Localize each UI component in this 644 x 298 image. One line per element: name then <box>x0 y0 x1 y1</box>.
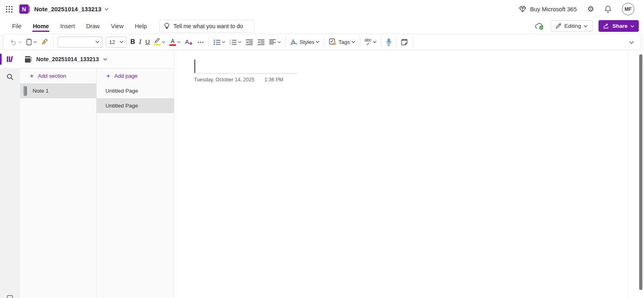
chevron-down-icon <box>584 25 588 27</box>
toolbar-divider <box>53 37 54 47</box>
navigation-rail <box>0 50 20 298</box>
notebook-switcher-icon <box>7 295 13 298</box>
page-time: 1:36 PM <box>264 77 283 83</box>
page-label: Untitled Page <box>105 88 138 94</box>
settings-gear-icon[interactable]: ⚙ <box>587 5 594 13</box>
tab-help[interactable]: Help <box>129 18 153 34</box>
page-item[interactable]: Untitled Page <box>97 98 174 113</box>
top-app-bar: N Note_20251014_133213 Buy Microsoft 365… <box>0 0 644 18</box>
undo-icon <box>10 39 17 45</box>
share-button[interactable]: Share <box>599 20 639 32</box>
chevron-down-icon <box>105 8 109 10</box>
spellcheck-icon: abc ✓ <box>365 38 372 46</box>
highlight-button[interactable] <box>152 36 167 48</box>
scrollbar-thumb[interactable] <box>639 54 642 290</box>
tab-insert[interactable]: Insert <box>55 18 80 34</box>
styles-button[interactable]: A Styles <box>288 36 322 48</box>
indent-button[interactable] <box>255 36 267 48</box>
clear-formatting-icon: A <box>185 39 193 46</box>
tab-draw[interactable]: Draw <box>80 18 105 34</box>
tab-file[interactable]: File <box>6 18 27 34</box>
onenote-logo-icon[interactable]: N <box>19 4 29 14</box>
more-formatting-button[interactable]: ⋯ <box>195 36 206 48</box>
sync-status-icon <box>534 22 545 30</box>
toolbar-divider <box>413 37 413 47</box>
editing-mode-button[interactable]: Editing <box>551 20 592 32</box>
align-text-icon <box>269 39 276 45</box>
section-tab-icon <box>23 85 28 97</box>
rail-item-search[interactable] <box>0 68 20 86</box>
svg-text:3: 3 <box>230 43 231 45</box>
notifications-bell-icon[interactable] <box>605 5 611 13</box>
chevron-down-icon <box>95 41 99 43</box>
buy-label: Buy Microsoft 365 <box>530 6 577 12</box>
microphone-icon <box>386 38 392 46</box>
tab-view[interactable]: View <box>105 18 129 34</box>
font-size-value: 12 <box>109 39 115 45</box>
feed-button[interactable] <box>399 36 411 48</box>
chevron-down-icon <box>177 41 181 43</box>
page-title-underline <box>194 73 297 74</box>
chevron-down-icon <box>316 41 320 43</box>
premium-diamond-icon <box>519 6 526 12</box>
font-size-select[interactable]: 12 <box>106 37 127 48</box>
page-canvas[interactable]: Tuesday, October 14, 2025 1:36 PM <box>174 50 644 298</box>
styles-icon: A <box>290 38 298 46</box>
format-painter-icon <box>41 38 49 46</box>
paste-button[interactable] <box>24 36 39 48</box>
chevron-down-icon <box>277 41 281 43</box>
collapse-ribbon-button[interactable] <box>629 34 634 50</box>
tab-home[interactable]: Home <box>27 18 54 34</box>
rail-item-switch-notebooks[interactable] <box>7 295 13 298</box>
add-page-button[interactable]: + Add page <box>97 68 174 83</box>
alignment-button[interactable] <box>267 36 283 48</box>
lightbulb-icon <box>164 23 170 30</box>
bold-button[interactable]: B <box>128 36 137 48</box>
app-launcher-icon[interactable] <box>0 0 19 18</box>
undo-button[interactable] <box>8 36 24 48</box>
plus-icon: + <box>106 72 110 79</box>
section-pane: + Add section Note 1 <box>20 68 97 298</box>
bullet-list-button[interactable] <box>211 36 227 48</box>
page-date: Tuesday, October 14, 2025 <box>194 77 254 83</box>
highlighter-icon <box>154 38 161 46</box>
format-painter-button[interactable] <box>39 36 51 48</box>
chevron-down-icon <box>238 41 242 43</box>
sticky-note-icon <box>401 38 409 46</box>
notebooks-library-icon <box>6 56 14 63</box>
add-section-button[interactable]: + Add section <box>20 68 96 83</box>
document-title: Note_20251014_133213 <box>34 6 101 12</box>
chevron-down-icon <box>373 41 377 43</box>
font-family-select[interactable] <box>58 37 103 48</box>
notebook-title: Note_20251014_133213 <box>36 56 99 62</box>
pencil-icon <box>555 23 561 29</box>
tags-button[interactable]: Tags <box>327 36 357 48</box>
tell-me-search-input[interactable]: Tell me what you want to do <box>159 20 254 33</box>
section-label: Note 1 <box>33 88 49 94</box>
main-content: Note_20251014_133213 + Add section Note … <box>0 50 644 298</box>
buy-microsoft-365-button[interactable]: Buy Microsoft 365 <box>519 6 577 12</box>
notebook-header[interactable]: Note_20251014_133213 <box>20 50 174 68</box>
dictate-button[interactable] <box>384 36 394 48</box>
section-item[interactable]: Note 1 <box>20 83 96 98</box>
italic-button[interactable]: I <box>137 36 144 48</box>
document-title-menu[interactable]: Note_20251014_133213 <box>34 6 109 12</box>
spellcheck-button[interactable]: abc ✓ <box>363 36 379 48</box>
font-color-button[interactable]: A <box>167 36 183 48</box>
numbered-list-button[interactable]: 1 2 3 <box>227 36 244 48</box>
page-datetime: Tuesday, October 14, 2025 1:36 PM <box>194 77 283 83</box>
outdent-button[interactable] <box>244 36 255 48</box>
outdent-icon <box>246 39 253 45</box>
bullet-list-icon <box>213 39 221 45</box>
page-pane: + Add page Untitled Page Untitled Page <box>97 68 174 298</box>
add-page-label: Add page <box>114 73 138 79</box>
page-item[interactable]: Untitled Page <box>97 83 174 98</box>
toolbar-divider <box>381 37 382 47</box>
clipboard-icon <box>26 38 32 46</box>
indent-icon <box>257 39 265 45</box>
tell-me-placeholder: Tell me what you want to do <box>173 23 243 29</box>
underline-button[interactable]: U <box>143 36 152 48</box>
account-avatar[interactable]: MF <box>622 3 634 15</box>
clear-formatting-button[interactable]: A <box>183 36 195 48</box>
rail-item-notebooks[interactable] <box>0 50 20 68</box>
